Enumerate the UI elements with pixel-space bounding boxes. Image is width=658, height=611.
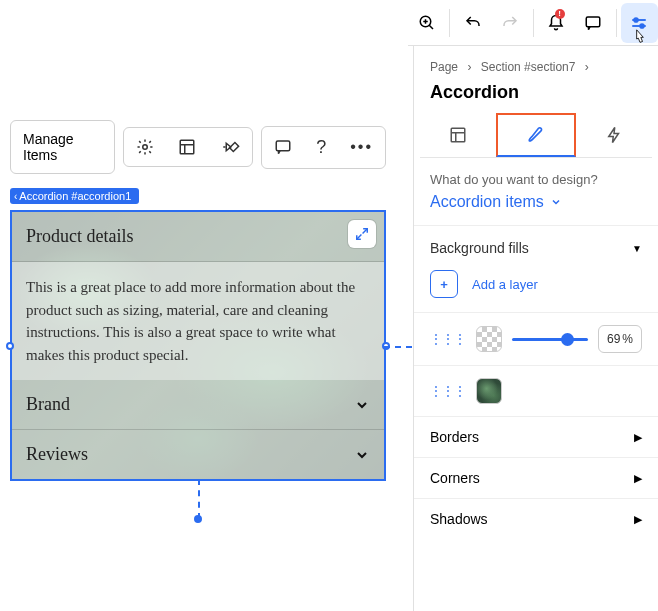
animation-icon <box>220 138 240 156</box>
chevron-left-icon: ‹ <box>14 191 17 202</box>
background-fills-section: Background fills ▼ + Add a layer <box>414 226 658 313</box>
top-toolbar <box>408 0 658 46</box>
svg-line-1 <box>429 25 433 29</box>
more-icon: ••• <box>350 138 373 156</box>
chevron-right-icon: › <box>585 60 589 74</box>
animation-button[interactable] <box>208 128 252 166</box>
breadcrumb: Page › Section #section7 › <box>414 46 658 78</box>
guide-line <box>198 479 200 519</box>
accordion-item-header[interactable]: Brand <box>12 380 384 430</box>
layout-icon <box>449 126 467 144</box>
svg-point-8 <box>641 24 645 28</box>
lightning-icon <box>605 126 623 144</box>
help-icon: ? <box>316 137 326 158</box>
caret-right-icon: ▶ <box>634 513 642 526</box>
design-target-value: Accordion items <box>430 193 544 211</box>
slider-knob[interactable] <box>561 333 574 346</box>
chevron-right-icon: › <box>467 60 471 74</box>
opacity-suffix: % <box>622 332 633 346</box>
chevron-down-icon <box>550 196 562 208</box>
toolbar-group-tools <box>123 127 253 167</box>
caret-right-icon: ▶ <box>634 431 642 444</box>
separator <box>533 9 534 37</box>
brush-icon <box>526 125 546 145</box>
fill-swatch-image[interactable] <box>476 378 502 404</box>
undo-button[interactable] <box>454 3 491 43</box>
selection-pill[interactable]: ‹ Accordion #accordion1 <box>10 188 139 204</box>
selection-pill-label: Accordion #accordion1 <box>19 190 131 202</box>
section-header[interactable]: Background fills ▼ <box>430 240 642 256</box>
element-comment-button[interactable] <box>262 128 304 166</box>
chevron-down-icon <box>354 397 370 413</box>
fill-layer-row: ⋮⋮⋮ 69 % <box>414 313 658 365</box>
comment-icon <box>584 14 602 32</box>
borders-section[interactable]: Borders ▶ <box>414 417 658 457</box>
accordion-item-header[interactable]: Reviews <box>12 430 384 479</box>
inspector-toggle-button[interactable] <box>621 3 658 43</box>
comment-icon <box>274 138 292 156</box>
toolbar-group-main: Manage Items <box>10 120 115 174</box>
svg-point-6 <box>635 18 639 22</box>
accordion-item-header[interactable]: Product details <box>12 212 384 262</box>
design-question-label: What do you want to design? <box>430 172 642 187</box>
accordion-item-title: Product details <box>26 226 133 247</box>
separator <box>449 9 450 37</box>
gear-icon <box>136 138 154 156</box>
more-actions-button[interactable]: ••• <box>338 128 385 166</box>
panel-title: Accordion <box>414 78 658 113</box>
svg-rect-13 <box>230 142 239 151</box>
toolbar-group-extra: ? ••• <box>261 126 386 169</box>
section-title: Borders <box>430 429 479 445</box>
undo-icon <box>464 14 482 32</box>
accordion-widget[interactable]: Product details This is a great place to… <box>10 210 386 481</box>
redo-button[interactable] <box>491 3 528 43</box>
tab-design[interactable] <box>496 113 576 157</box>
zoom-in-icon <box>418 14 436 32</box>
sliders-icon <box>630 14 648 32</box>
corners-section[interactable]: Corners ▶ <box>414 458 658 498</box>
fill-layer-row: ⋮⋮⋮ <box>414 366 658 416</box>
shadows-section[interactable]: Shadows ▶ <box>414 499 658 539</box>
resize-handle-left[interactable] <box>6 342 14 350</box>
drag-handle-icon[interactable]: ⋮⋮⋮ <box>430 384 466 398</box>
help-button[interactable]: ? <box>304 127 338 168</box>
opacity-slider[interactable] <box>512 338 588 341</box>
redo-icon <box>501 14 519 32</box>
svg-rect-10 <box>180 140 194 154</box>
caret-right-icon: ▶ <box>634 472 642 485</box>
expand-icon <box>355 227 369 241</box>
alert-badge-icon <box>555 9 565 19</box>
expand-button[interactable] <box>348 220 376 248</box>
canvas-area: Manage Items <box>10 10 386 481</box>
comments-button[interactable] <box>575 3 612 43</box>
design-target-dropdown[interactable]: Accordion items <box>430 193 642 211</box>
svg-rect-4 <box>587 17 601 27</box>
section-title: Shadows <box>430 511 488 527</box>
svg-point-9 <box>143 145 148 150</box>
resize-handle-bottom[interactable] <box>194 515 202 523</box>
add-layer-button[interactable]: + Add a layer <box>430 270 642 298</box>
inspector-tabs <box>420 113 652 158</box>
layout-icon <box>178 138 196 156</box>
accordion-item-title: Brand <box>26 394 70 415</box>
accordion-item-body: This is a great place to add more inform… <box>12 262 384 380</box>
notifications-button[interactable] <box>537 3 574 43</box>
caret-down-icon: ▼ <box>632 243 642 254</box>
tab-layout[interactable] <box>420 113 496 157</box>
layout-button[interactable] <box>166 128 208 166</box>
tab-interactions[interactable] <box>576 113 652 157</box>
element-settings-button[interactable] <box>124 128 166 166</box>
opacity-input[interactable]: 69 % <box>598 325 642 353</box>
svg-rect-14 <box>276 141 290 151</box>
drag-handle-icon[interactable]: ⋮⋮⋮ <box>430 332 466 346</box>
design-target-section: What do you want to design? Accordion it… <box>414 158 658 226</box>
separator <box>616 9 617 37</box>
breadcrumb-item[interactable]: Section #section7 <box>481 60 576 74</box>
svg-rect-15 <box>451 128 465 142</box>
section-title: Background fills <box>430 240 529 256</box>
manage-items-button[interactable]: Manage Items <box>11 121 114 173</box>
fill-swatch-transparent[interactable] <box>476 326 502 352</box>
zoom-in-button[interactable] <box>408 3 445 43</box>
breadcrumb-item[interactable]: Page <box>430 60 458 74</box>
section-title: Corners <box>430 470 480 486</box>
